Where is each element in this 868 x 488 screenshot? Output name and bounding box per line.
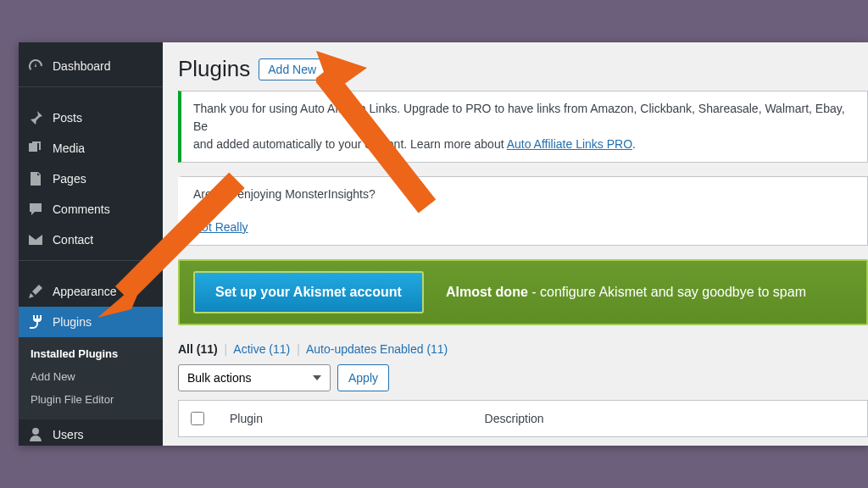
app-frame: Dashboard Posts Media Pages Comments Con… bbox=[19, 42, 868, 446]
add-new-button[interactable]: Add New bbox=[259, 58, 326, 80]
select-all-checkbox[interactable] bbox=[191, 412, 204, 425]
sidebar-item-contact[interactable]: Contact bbox=[19, 225, 163, 255]
notice-dot: . bbox=[632, 137, 636, 151]
page-title: Plugins bbox=[178, 56, 250, 82]
sidebar-label: Posts bbox=[53, 111, 82, 125]
sidebar-item-users[interactable]: Users bbox=[19, 419, 163, 446]
akismet-banner: Set up your Akismet account Almost done … bbox=[178, 259, 868, 325]
sidebar-item-posts[interactable]: Posts bbox=[19, 103, 163, 133]
notice-text: and added automatically to your content.… bbox=[193, 137, 507, 151]
media-icon bbox=[27, 140, 44, 157]
notice-affiliate: Thank you for using Auto Affiliate Links… bbox=[178, 91, 868, 163]
sidebar-item-appearance[interactable]: Appearance bbox=[19, 276, 163, 307]
submenu-add-new[interactable]: Add New bbox=[19, 365, 163, 388]
notice-monsterinsights: Are you enjoying MonsterInsights? Not Re… bbox=[178, 176, 868, 246]
bulk-actions-select[interactable]: Bulk actions bbox=[178, 364, 331, 391]
submenu-installed-plugins[interactable]: Installed Plugins bbox=[19, 342, 163, 365]
filter-all[interactable]: All (11) bbox=[178, 342, 218, 356]
akismet-setup-button[interactable]: Set up your Akismet account bbox=[193, 271, 424, 313]
page-icon bbox=[27, 170, 44, 187]
filter-auto-updates[interactable]: Auto-updates Enabled (11) bbox=[306, 342, 448, 356]
notice-text: Thank you for using Auto Affiliate Links… bbox=[193, 102, 845, 133]
sidebar-label: Appearance bbox=[53, 285, 117, 298]
sidebar-item-dashboard[interactable]: Dashboard bbox=[19, 51, 163, 81]
sidebar-separator bbox=[19, 260, 163, 273]
sidebar-item-comments[interactable]: Comments bbox=[19, 194, 163, 225]
notice-link[interactable]: Auto Affiliate Links PRO bbox=[507, 137, 632, 151]
plugin-filters: All (11) | Active (11) | Auto-updates En… bbox=[178, 342, 868, 356]
sidebar-label: Pages bbox=[53, 172, 86, 186]
banner-strong: Almost done bbox=[446, 285, 528, 299]
sidebar-item-plugins[interactable]: Plugins bbox=[19, 307, 163, 337]
table-col-checkbox bbox=[179, 401, 222, 437]
user-icon bbox=[27, 426, 44, 443]
banner-rest: - configure Akismet and say goodbye to s… bbox=[528, 285, 806, 299]
bulk-actions-row: Bulk actions Apply bbox=[178, 364, 868, 391]
table-col-description[interactable]: Description bbox=[476, 401, 868, 437]
admin-sidebar: Dashboard Posts Media Pages Comments Con… bbox=[19, 42, 163, 446]
banner-text: Almost done - configure Akismet and say … bbox=[446, 285, 806, 300]
sidebar-item-media[interactable]: Media bbox=[19, 133, 163, 164]
sidebar-label: Users bbox=[53, 428, 84, 441]
sidebar-label: Plugins bbox=[53, 315, 92, 329]
main-content: Plugins Add New Thank you for using Auto… bbox=[163, 42, 868, 446]
sidebar-submenu: Installed Plugins Add New Plugin File Ed… bbox=[19, 337, 163, 419]
sidebar-item-pages[interactable]: Pages bbox=[19, 164, 163, 194]
pin-icon bbox=[27, 109, 44, 126]
submenu-plugin-file-editor[interactable]: Plugin File Editor bbox=[19, 388, 163, 411]
plugins-table: Plugin Description bbox=[178, 400, 868, 437]
brush-icon bbox=[27, 283, 44, 300]
sidebar-label: Contact bbox=[53, 233, 93, 247]
table-col-plugin[interactable]: Plugin bbox=[221, 401, 476, 437]
sidebar-label: Media bbox=[53, 141, 85, 155]
sidebar-label: Comments bbox=[53, 202, 110, 216]
notice-not-really-link[interactable]: Not Really bbox=[193, 220, 248, 234]
sidebar-label: Dashboard bbox=[53, 59, 111, 73]
sidebar-separator bbox=[19, 86, 163, 99]
page-heading-row: Plugins Add New bbox=[178, 56, 868, 82]
apply-button[interactable]: Apply bbox=[337, 364, 389, 391]
gauge-icon bbox=[27, 58, 44, 75]
comment-icon bbox=[27, 201, 44, 218]
notice-question: Are you enjoying MonsterInsights? bbox=[193, 186, 855, 203]
mail-icon bbox=[27, 231, 44, 248]
plug-icon bbox=[27, 313, 44, 330]
filter-active[interactable]: Active (11) bbox=[233, 342, 290, 356]
